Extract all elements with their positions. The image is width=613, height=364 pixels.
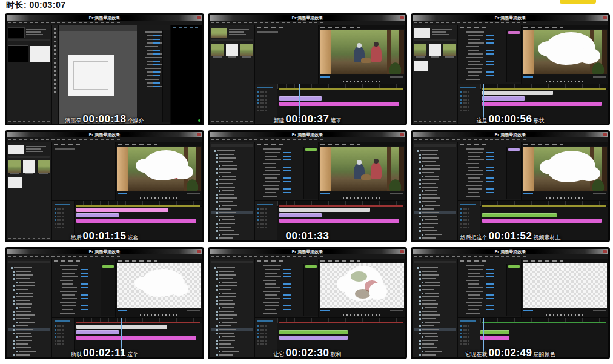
video-frame-5[interactable]: Pr:滴墨晕染效果00:01:33: [208, 130, 407, 242]
track-toggle-row: [460, 340, 480, 342]
folder-icon: [419, 333, 421, 334]
effect-controls-panel: [255, 25, 319, 84]
track-toggle: [265, 216, 267, 217]
track-toggle: [257, 95, 259, 97]
folder-icon: [216, 179, 218, 181]
effect-parameter-row: [139, 85, 162, 88]
effect-parameter-list: [257, 147, 303, 199]
track-toggle: [260, 340, 262, 342]
effects-item-label: [422, 183, 436, 184]
window-title: Pr:滴墨晕染效果: [89, 132, 121, 137]
video-frame-2[interactable]: Pr:滴墨晕染效果新建00:00:37遮罩: [208, 13, 407, 125]
folder-icon: [216, 223, 218, 225]
timeline-clip-gray: [76, 325, 168, 329]
person-woman-shape: [371, 45, 382, 62]
track-toggle: [257, 106, 259, 108]
timeline-clip-magenta: [279, 102, 399, 106]
effects-item-label: [219, 333, 234, 334]
parameter-value: [81, 309, 88, 310]
parameter-label: [468, 273, 480, 274]
parameter-value: [283, 192, 291, 193]
track-toggle-row: [257, 102, 277, 104]
effects-item-label: [222, 351, 239, 352]
effects-list: [414, 149, 456, 239]
folder-icon: [419, 274, 421, 276]
folder-icon: [16, 307, 18, 309]
window-body: [210, 259, 405, 357]
parameter-label: [466, 148, 484, 150]
video-frame-9[interactable]: Pr:滴墨晕染效果它现在就00:02:49层的颜色: [411, 247, 610, 359]
program-monitor: [522, 25, 608, 84]
effect-controls-panel: [255, 259, 319, 317]
menu-bar: [7, 137, 202, 142]
effects-item-label: [16, 311, 31, 312]
track-toggle-row: [257, 325, 277, 327]
parameter-label: [265, 309, 276, 310]
clip-thumbnail-white: [30, 46, 50, 62]
track-toggle: [62, 329, 64, 331]
folder-icon: [419, 354, 421, 356]
video-frame-3[interactable]: Pr:滴墨晕染效果这是00:00:56形状: [411, 13, 610, 125]
parameter-label: [263, 185, 279, 186]
effects-item-label: [422, 154, 437, 155]
top-region: [255, 259, 405, 318]
premiere-window: Pr:滴墨晕染效果: [413, 249, 608, 357]
playhead: [299, 84, 300, 123]
status-dot: [198, 119, 200, 122]
project-search-field: [414, 39, 456, 41]
action-button[interactable]: [560, 0, 596, 4]
folder-icon: [216, 212, 218, 214]
video-frame-4[interactable]: Pr:滴墨晕染效果然后00:01:15嵌套: [5, 130, 204, 242]
track-toggle: [460, 95, 462, 97]
parameter-label: [62, 276, 78, 277]
parameter-label: [263, 196, 277, 197]
video-frame-8[interactable]: Pr:滴墨晕染效果让它00:02:30权利: [208, 247, 407, 359]
window-titlebar: Pr:滴墨晕染效果: [7, 15, 202, 21]
track-toggle: [460, 99, 462, 101]
effects-item-label: [420, 267, 438, 268]
effects-item-label: [222, 322, 237, 323]
folder-icon: [216, 296, 218, 298]
transport-controls: [522, 313, 608, 317]
track-toggle: [460, 102, 462, 104]
parameter-value: [81, 294, 88, 296]
timeline-timecode: [257, 204, 273, 205]
folder-icon: [216, 314, 218, 316]
premiere-window: Pr:滴墨晕染效果: [413, 15, 608, 124]
track-toggle: [468, 110, 469, 111]
effects-item-label: [422, 237, 436, 239]
playhead: [118, 201, 118, 240]
table-shape: [361, 174, 371, 180]
effects-item-label: [219, 168, 237, 170]
effects-panel: [210, 259, 255, 357]
video-frame-7[interactable]: Pr:滴墨晕染效果所以00:02:11这个: [5, 247, 204, 359]
premiere-window: Pr:滴墨晕染效果: [7, 15, 202, 124]
folder-icon: [419, 285, 421, 287]
folder-icon: [13, 343, 15, 345]
folder-icon: [216, 154, 218, 156]
parameter-value: [283, 177, 291, 179]
meta-line: [432, 29, 452, 30]
video-frame-6[interactable]: Pr:滴墨晕染效果然后把这个00:01:52视频素材上: [411, 130, 610, 242]
track-toggle: [468, 219, 469, 221]
top-region: [458, 142, 608, 201]
parameter-value: [283, 283, 291, 285]
track-toggle-row: [257, 333, 277, 334]
transport-controls: [522, 79, 608, 84]
track-toggle-row: [460, 216, 480, 217]
folder-icon: [13, 296, 15, 298]
track-toggle: [465, 106, 467, 108]
window-title: Pr:滴墨晕染效果: [292, 132, 323, 137]
timeline-panel: [255, 84, 405, 124]
track-toggle: [468, 343, 469, 345]
folder-icon: [13, 311, 15, 313]
premiere-window: Pr:滴墨晕染效果: [7, 249, 202, 357]
track-toggle-row: [257, 329, 277, 331]
timeline-clip-violet: [76, 213, 119, 217]
track-toggle: [265, 212, 267, 214]
title-safe-rectangle: [68, 55, 114, 96]
folder-icon: [419, 168, 421, 170]
parameter-label: [263, 174, 280, 175]
premiere-window: Pr:滴墨晕染效果: [210, 15, 405, 124]
video-frame-1[interactable]: Pr:滴墨晕染效果滴墨晕00:00:18个媒介: [5, 13, 204, 125]
